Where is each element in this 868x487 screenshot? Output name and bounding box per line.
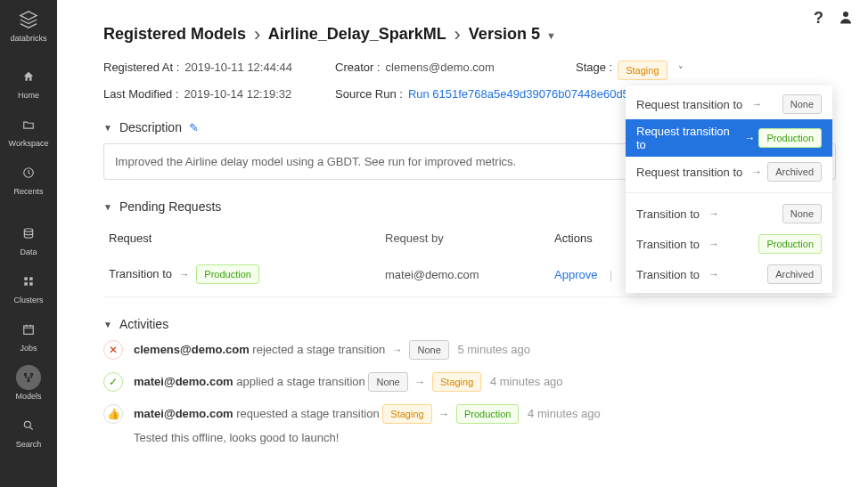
arrow-right-icon: → xyxy=(438,408,449,420)
svg-rect-6 xyxy=(24,326,34,334)
col-header-request: Request xyxy=(109,231,385,245)
dropdown-item-transition-archived[interactable]: Transition to→ Archived xyxy=(626,259,832,289)
arrow-right-icon: → xyxy=(414,376,425,388)
stage-chip: Staging xyxy=(382,404,431,424)
stage-chip: Archived xyxy=(767,264,822,284)
arrow-right-icon: → xyxy=(179,268,190,280)
arrow-right-icon: → xyxy=(392,344,403,356)
breadcrumb-version[interactable]: Version 5 xyxy=(469,25,540,43)
sidebar-item-label: Workspace xyxy=(9,139,49,148)
clock-icon xyxy=(16,160,41,185)
modified-label: Last Modified : xyxy=(103,87,179,101)
svg-rect-3 xyxy=(29,277,33,280)
activity-text: requested a stage transition xyxy=(233,407,383,420)
activity-time: 5 minutes ago xyxy=(457,343,530,356)
arrow-right-icon: → xyxy=(708,207,719,220)
arrow-right-icon: → xyxy=(708,268,719,280)
dropdown-item-request-none[interactable]: Request transition to→ None xyxy=(626,89,832,119)
dropdown-divider xyxy=(626,192,832,193)
registered-at-label: Registered At : xyxy=(103,61,179,80)
sidebar-item-workspace[interactable]: Workspace xyxy=(0,107,57,155)
creator-value: clemens@demo.com xyxy=(386,61,495,80)
stage-label: Stage : xyxy=(576,61,612,80)
dd-label: Transition to xyxy=(636,268,700,281)
activity-user: clemens@demo.com xyxy=(134,343,250,356)
sidebar-item-label: Search xyxy=(16,440,42,449)
dd-label: Request transition to xyxy=(636,166,742,179)
breadcrumb-root[interactable]: Registered Models xyxy=(103,25,246,43)
activity-item: ✕ clemens@demo.com rejected a stage tran… xyxy=(103,340,836,360)
models-icon xyxy=(16,365,41,390)
sidebar: databricks Home Workspace Recents Data C… xyxy=(0,0,57,487)
stage-chip: Staging xyxy=(432,372,481,392)
arrow-right-icon: → xyxy=(751,166,762,178)
collapse-icon: ▼ xyxy=(103,202,112,212)
section-activities-header[interactable]: ▼ Activities xyxy=(103,317,836,331)
registered-at-value: 2019-10-11 12:44:44 xyxy=(184,61,292,80)
breadcrumb-model[interactable]: Airline_Delay_SparkML xyxy=(268,25,446,43)
collapse-icon: ▼ xyxy=(103,123,112,133)
activity-text: rejected a stage transition xyxy=(250,343,389,356)
folder-icon xyxy=(16,112,41,137)
edit-icon[interactable]: ✎ xyxy=(189,121,199,134)
stage-chip: None xyxy=(782,204,822,223)
stage-chip: None xyxy=(368,372,407,392)
svg-point-7 xyxy=(24,373,26,375)
sidebar-item-clusters[interactable]: Clusters xyxy=(0,264,57,312)
chevron-right-icon: › xyxy=(454,23,461,45)
section-title: Description xyxy=(119,120,182,134)
sidebar-item-label: Recents xyxy=(13,187,43,196)
stage-chip: Production xyxy=(196,264,259,284)
pending-by: matei@demo.com xyxy=(385,268,554,281)
sidebar-item-label: Data xyxy=(20,248,37,256)
activity-item: ✓ matei@demo.com applied a stage transit… xyxy=(103,372,836,392)
stage-chip: Production xyxy=(456,404,520,424)
arrow-right-icon: → xyxy=(708,238,719,250)
stage-chip: Production xyxy=(758,128,822,148)
sidebar-item-recents[interactable]: Recents xyxy=(0,155,57,203)
home-icon xyxy=(16,64,41,89)
stage-chip: None xyxy=(782,94,822,114)
activity-user: matei@demo.com xyxy=(134,407,233,420)
svg-rect-4 xyxy=(24,282,28,286)
svg-rect-2 xyxy=(24,277,28,280)
sidebar-item-data[interactable]: Data xyxy=(0,215,57,264)
activity-item: 👍 matei@demo.com requested a stage trans… xyxy=(103,404,836,447)
sidebar-item-label: Home xyxy=(18,91,39,100)
search-icon xyxy=(16,413,41,438)
svg-rect-5 xyxy=(29,282,33,286)
source-run-link[interactable]: Run 6151fe768a5e49d39076b07448e60d57 xyxy=(408,87,635,101)
arrow-right-icon: → xyxy=(744,132,755,144)
dd-label: Transition to xyxy=(636,238,700,251)
activity-time: 4 minutes ago xyxy=(528,407,601,420)
activity-time: 4 minutes ago xyxy=(490,375,563,388)
dropdown-item-transition-none[interactable]: Transition to→ None xyxy=(626,199,832,229)
dd-label: Request transition to xyxy=(636,125,735,151)
sidebar-item-label: Models xyxy=(15,392,41,401)
arrow-right-icon: → xyxy=(751,98,762,110)
dropdown-item-request-archived[interactable]: Request transition to→ Archived xyxy=(626,157,832,187)
stage-dropdown: Request transition to→ None Request tran… xyxy=(626,85,832,293)
sidebar-item-label: Jobs xyxy=(20,344,37,353)
x-icon: ✕ xyxy=(103,340,123,360)
dropdown-item-request-production[interactable]: Request transition to→ Production xyxy=(626,119,832,157)
chevron-down-icon[interactable]: ▼ xyxy=(546,30,556,41)
section-title: Activities xyxy=(119,317,168,331)
dropdown-item-transition-production[interactable]: Transition to→ Production xyxy=(626,229,832,259)
stage-chip[interactable]: Staging xyxy=(618,61,667,80)
sidebar-item-models[interactable]: Models xyxy=(0,360,57,408)
approve-button[interactable]: Approve xyxy=(554,268,597,281)
svg-point-10 xyxy=(24,421,30,427)
svg-point-1 xyxy=(24,229,32,232)
activity-user: matei@demo.com xyxy=(134,375,233,388)
activities-list: ✕ clemens@demo.com rejected a stage tran… xyxy=(103,340,836,447)
divider: | xyxy=(610,268,612,281)
breadcrumb: Registered Models › Airline_Delay_SparkM… xyxy=(103,21,836,45)
logo-icon xyxy=(16,7,41,32)
section-title: Pending Requests xyxy=(119,199,221,214)
sidebar-item-jobs[interactable]: Jobs xyxy=(0,312,57,360)
chevron-down-icon[interactable]: ˅ xyxy=(678,65,684,77)
sidebar-item-search[interactable]: Search xyxy=(0,408,57,456)
sidebar-item-home[interactable]: Home xyxy=(0,59,57,107)
dd-label: Request transition to xyxy=(636,98,742,111)
